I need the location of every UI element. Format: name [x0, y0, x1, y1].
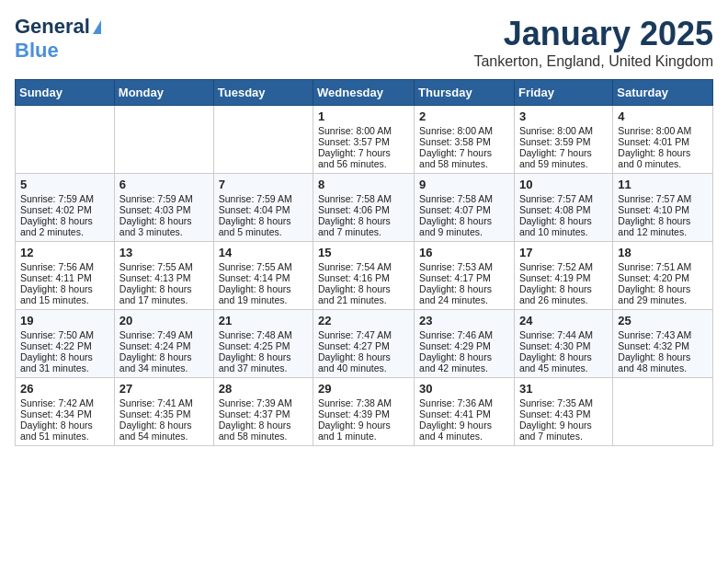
calendar-cell: 24Sunrise: 7:44 AMSunset: 4:30 PMDayligh…	[514, 310, 612, 378]
calendar-cell	[16, 106, 115, 174]
day-number: 22	[318, 314, 409, 327]
day-number: 9	[419, 178, 509, 191]
day-number: 26	[20, 382, 109, 396]
calendar-cell	[213, 106, 313, 174]
calendar-cell: 21Sunrise: 7:48 AMSunset: 4:25 PMDayligh…	[213, 310, 313, 378]
calendar-cell: 6Sunrise: 7:59 AMSunset: 4:03 PMDaylight…	[114, 174, 213, 242]
weekday-header: Friday	[514, 80, 612, 106]
day-number: 8	[318, 178, 409, 191]
day-number: 27	[119, 382, 209, 396]
day-number: 13	[119, 246, 209, 259]
calendar-cell: 15Sunrise: 7:54 AMSunset: 4:16 PMDayligh…	[313, 242, 415, 310]
calendar-cell: 1Sunrise: 8:00 AMSunset: 3:57 PMDaylight…	[313, 106, 415, 174]
day-number: 14	[219, 246, 308, 259]
calendar-cell: 3Sunrise: 8:00 AMSunset: 3:59 PMDaylight…	[514, 106, 612, 174]
day-number: 18	[618, 246, 708, 259]
day-number: 24	[519, 314, 608, 327]
logo-triangle-icon	[93, 20, 101, 34]
day-number: 30	[419, 382, 509, 396]
calendar-cell: 5Sunrise: 7:59 AMSunset: 4:02 PMDaylight…	[16, 174, 115, 242]
day-number: 11	[618, 178, 708, 191]
day-number: 20	[119, 314, 209, 327]
weekday-header: Sunday	[16, 80, 115, 106]
day-number: 5	[20, 178, 109, 191]
calendar-cell: 2Sunrise: 8:00 AMSunset: 3:58 PMDaylight…	[415, 106, 515, 174]
calendar-cell: 20Sunrise: 7:49 AMSunset: 4:24 PMDayligh…	[114, 310, 213, 378]
weekday-header: Wednesday	[313, 80, 415, 106]
calendar-cell: 9Sunrise: 7:58 AMSunset: 4:07 PMDaylight…	[415, 174, 515, 242]
day-number: 28	[219, 382, 308, 396]
calendar-cell: 17Sunrise: 7:52 AMSunset: 4:19 PMDayligh…	[514, 242, 612, 310]
calendar-cell: 29Sunrise: 7:38 AMSunset: 4:39 PMDayligh…	[313, 378, 415, 446]
calendar-title: January 2025	[473, 15, 713, 53]
weekday-header: Saturday	[613, 80, 713, 106]
calendar-cell: 4Sunrise: 8:00 AMSunset: 4:01 PMDaylight…	[613, 106, 713, 174]
day-number: 10	[519, 178, 608, 191]
day-number: 25	[618, 314, 708, 327]
calendar-cell: 27Sunrise: 7:41 AMSunset: 4:35 PMDayligh…	[114, 378, 213, 446]
calendar-cell: 26Sunrise: 7:42 AMSunset: 4:34 PMDayligh…	[16, 378, 115, 446]
day-number: 23	[419, 314, 509, 327]
calendar-cell: 12Sunrise: 7:56 AMSunset: 4:11 PMDayligh…	[16, 242, 115, 310]
weekday-header: Thursday	[415, 80, 515, 106]
day-number: 1	[318, 109, 409, 123]
day-number: 29	[318, 382, 409, 396]
logo-blue-text: Blue	[15, 39, 59, 62]
calendar-cell: 11Sunrise: 7:57 AMSunset: 4:10 PMDayligh…	[613, 174, 713, 242]
day-number: 19	[20, 314, 109, 327]
calendar-cell: 25Sunrise: 7:43 AMSunset: 4:32 PMDayligh…	[613, 310, 713, 378]
day-number: 3	[519, 109, 608, 123]
calendar-cell: 31Sunrise: 7:35 AMSunset: 4:43 PMDayligh…	[514, 378, 612, 446]
day-number: 16	[419, 246, 509, 259]
day-number: 15	[318, 246, 409, 259]
day-number: 6	[119, 178, 209, 191]
day-number: 21	[219, 314, 308, 327]
calendar-cell: 22Sunrise: 7:47 AMSunset: 4:27 PMDayligh…	[313, 310, 415, 378]
calendar-cell: 16Sunrise: 7:53 AMSunset: 4:17 PMDayligh…	[415, 242, 515, 310]
calendar-cell: 23Sunrise: 7:46 AMSunset: 4:29 PMDayligh…	[415, 310, 515, 378]
calendar-cell: 13Sunrise: 7:55 AMSunset: 4:13 PMDayligh…	[114, 242, 213, 310]
weekday-header: Tuesday	[213, 80, 313, 106]
calendar-cell: 14Sunrise: 7:55 AMSunset: 4:14 PMDayligh…	[213, 242, 313, 310]
logo: General Blue	[15, 15, 101, 63]
calendar-subtitle: Tankerton, England, United Kingdom	[473, 53, 713, 70]
calendar-cell: 30Sunrise: 7:36 AMSunset: 4:41 PMDayligh…	[415, 378, 515, 446]
calendar-cell	[114, 106, 213, 174]
day-number: 17	[519, 246, 608, 259]
page-header: General Blue January 2025 Tankerton, Eng…	[15, 15, 713, 70]
day-number: 2	[419, 109, 509, 123]
calendar-table: SundayMondayTuesdayWednesdayThursdayFrid…	[15, 79, 713, 446]
day-number: 31	[519, 382, 608, 396]
calendar-cell	[613, 378, 713, 446]
calendar-cell: 7Sunrise: 7:59 AMSunset: 4:04 PMDaylight…	[213, 174, 313, 242]
calendar-cell: 28Sunrise: 7:39 AMSunset: 4:37 PMDayligh…	[213, 378, 313, 446]
title-block: January 2025 Tankerton, England, United …	[473, 15, 713, 70]
weekday-header: Monday	[114, 80, 213, 106]
day-number: 4	[618, 109, 708, 123]
calendar-cell: 19Sunrise: 7:50 AMSunset: 4:22 PMDayligh…	[16, 310, 115, 378]
logo-text: General	[15, 15, 90, 39]
calendar-cell: 18Sunrise: 7:51 AMSunset: 4:20 PMDayligh…	[613, 242, 713, 310]
day-number: 7	[219, 178, 308, 191]
calendar-cell: 10Sunrise: 7:57 AMSunset: 4:08 PMDayligh…	[514, 174, 612, 242]
day-number: 12	[20, 246, 109, 259]
calendar-cell: 8Sunrise: 7:58 AMSunset: 4:06 PMDaylight…	[313, 174, 415, 242]
